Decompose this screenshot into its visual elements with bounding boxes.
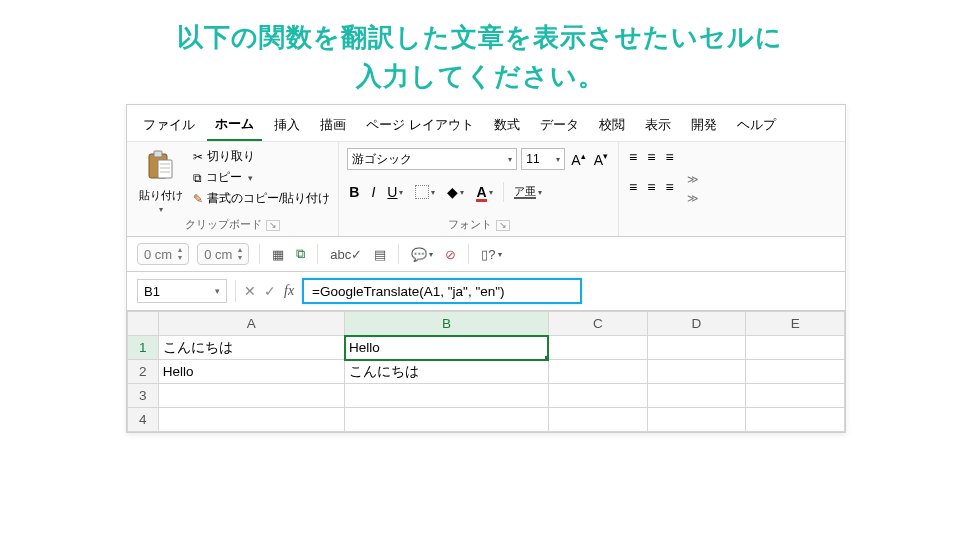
row-header-3[interactable]: 3 xyxy=(128,384,159,408)
cell-C3[interactable] xyxy=(548,384,647,408)
menu-help[interactable]: ヘルプ xyxy=(729,110,784,140)
increase-font-button[interactable]: A▴ xyxy=(569,151,587,168)
menu-formulas[interactable]: 数式 xyxy=(486,110,528,140)
format-painter-button[interactable]: ✎書式のコピー/貼り付け xyxy=(193,190,330,207)
fill-icon: ◆ xyxy=(447,184,458,200)
select-all-corner[interactable] xyxy=(128,312,159,336)
align-center-button[interactable]: ≡ xyxy=(645,178,657,196)
qb-comment-button[interactable]: 💬▾ xyxy=(409,245,435,264)
cut-label: 切り取り xyxy=(207,148,255,165)
menu-review[interactable]: 校閲 xyxy=(591,110,633,140)
cell-A4[interactable] xyxy=(158,408,344,432)
copy-button[interactable]: ⧉コピー▾ xyxy=(193,169,330,186)
italic-button[interactable]: I xyxy=(369,183,377,201)
align-top-button[interactable]: ≡ xyxy=(627,148,639,166)
menu-bar: ファイル ホーム 挿入 描画 ページ レイアウト 数式 データ 校閲 表示 開発… xyxy=(127,105,845,141)
col-header-B[interactable]: B xyxy=(345,312,549,336)
instruction-line1: 以下の関数を翻訳した文章を表示させたいセルに xyxy=(40,18,920,57)
row-header-1[interactable]: 1 xyxy=(128,336,159,360)
cell-A1[interactable]: こんにちは xyxy=(158,336,344,360)
menu-home[interactable]: ホーム xyxy=(207,109,262,141)
cell-B3[interactable] xyxy=(345,384,549,408)
cell-E4[interactable] xyxy=(746,408,845,432)
cell-E2[interactable] xyxy=(746,360,845,384)
cell-B4[interactable] xyxy=(345,408,549,432)
font-size-select[interactable]: 11▾ xyxy=(521,148,565,170)
qb-thesaurus-button[interactable]: ▤ xyxy=(372,245,388,264)
col-header-A[interactable]: A xyxy=(158,312,344,336)
name-box-value: B1 xyxy=(144,284,160,299)
menu-page-layout[interactable]: ページ レイアウト xyxy=(358,110,482,140)
cell-E1[interactable] xyxy=(746,336,845,360)
decrease-font-button[interactable]: A▾ xyxy=(592,151,610,168)
underline-button[interactable]: U▾ xyxy=(385,183,405,201)
copy-dropdown-icon[interactable]: ▾ xyxy=(248,173,253,183)
formula-input[interactable]: =GoogleTranslate(A1, "ja", "en") xyxy=(302,278,582,304)
qb-spellcheck-button[interactable]: abc✓ xyxy=(328,245,364,264)
cell-C1[interactable] xyxy=(548,336,647,360)
qb-protect-button[interactable]: ⊘ xyxy=(443,245,458,264)
font-name-select[interactable]: 游ゴシック▾ xyxy=(347,148,517,170)
cell-D2[interactable] xyxy=(647,360,746,384)
paste-icon xyxy=(147,150,175,186)
formula-text: =GoogleTranslate(A1, "ja", "en") xyxy=(312,284,504,299)
cell-C4[interactable] xyxy=(548,408,647,432)
indent-left-stepper[interactable]: 0 cm▴▾ xyxy=(137,243,189,265)
qb-help-button[interactable]: ▯?▾ xyxy=(479,245,503,264)
phonetic-button[interactable]: ア亜▾ xyxy=(512,185,544,200)
cell-B1[interactable]: Hello xyxy=(345,336,549,360)
cell-D3[interactable] xyxy=(647,384,746,408)
qb-icon-2[interactable]: ⧉ xyxy=(294,244,307,264)
row-header-4[interactable]: 4 xyxy=(128,408,159,432)
col-header-C[interactable]: C xyxy=(548,312,647,336)
row-header-2[interactable]: 2 xyxy=(128,360,159,384)
indent-right-stepper[interactable]: 0 cm▴▾ xyxy=(197,243,249,265)
align-bottom-button[interactable]: ≡ xyxy=(663,148,675,166)
ribbon-group-alignment: ≡ ≡ ≡ ≡ ≡ ≡ xyxy=(619,142,684,236)
clipboard-group-label: クリップボード xyxy=(185,218,262,232)
font-launcher-icon[interactable]: ↘ xyxy=(496,220,510,231)
menu-file[interactable]: ファイル xyxy=(135,110,203,140)
enter-formula-button[interactable]: ✓ xyxy=(264,283,276,299)
cell-E3[interactable] xyxy=(746,384,845,408)
cell-A3[interactable] xyxy=(158,384,344,408)
phonetic-icon: ア亜 xyxy=(514,186,536,199)
cut-button[interactable]: ✂切り取り xyxy=(193,148,330,165)
qb-icon-1[interactable]: ▦ xyxy=(270,245,286,264)
paste-button[interactable]: 貼り付け ▾ xyxy=(135,148,187,216)
instruction-line2: 入力してください。 xyxy=(40,57,920,96)
cell-C2[interactable] xyxy=(548,360,647,384)
fill-color-button[interactable]: ◆▾ xyxy=(445,183,466,201)
borders-button[interactable]: ▾ xyxy=(413,184,437,200)
clipboard-launcher-icon[interactable]: ↘ xyxy=(266,220,280,231)
align-middle-button[interactable]: ≡ xyxy=(645,148,657,166)
menu-developer[interactable]: 開発 xyxy=(683,110,725,140)
name-box[interactable]: B1▾ xyxy=(137,279,227,303)
menu-insert[interactable]: 挿入 xyxy=(266,110,308,140)
menu-draw[interactable]: 描画 xyxy=(312,110,354,140)
col-header-E[interactable]: E xyxy=(746,312,845,336)
copy-icon: ⧉ xyxy=(193,171,202,185)
chevrons-icon: ≫ xyxy=(687,173,699,186)
svg-rect-1 xyxy=(154,151,162,157)
cell-A2[interactable]: Hello xyxy=(158,360,344,384)
paste-dropdown-icon[interactable]: ▾ xyxy=(159,205,163,214)
cell-B2[interactable]: こんにちは xyxy=(345,360,549,384)
spreadsheet-grid[interactable]: A B C D E 1 こんにちは Hello 2 Hello こんにちは xyxy=(127,311,845,432)
bold-button[interactable]: B xyxy=(347,183,361,201)
font-color-button[interactable]: A▾ xyxy=(474,183,494,201)
align-right-button[interactable]: ≡ xyxy=(663,178,675,196)
cancel-formula-button[interactable]: ✕ xyxy=(244,283,256,299)
excel-window: ファイル ホーム 挿入 描画 ページ レイアウト 数式 データ 校閲 表示 開発… xyxy=(126,104,846,433)
table-row: 4 xyxy=(128,408,845,432)
insert-function-button[interactable]: fx xyxy=(284,283,294,299)
cell-D4[interactable] xyxy=(647,408,746,432)
col-header-D[interactable]: D xyxy=(647,312,746,336)
menu-view[interactable]: 表示 xyxy=(637,110,679,140)
ribbon-overflow[interactable]: ≫≫ xyxy=(684,142,702,236)
align-left-button[interactable]: ≡ xyxy=(627,178,639,196)
chevron-down-icon: ▾ xyxy=(215,286,220,296)
chevron-down-icon: ▾ xyxy=(556,155,560,164)
cell-D1[interactable] xyxy=(647,336,746,360)
menu-data[interactable]: データ xyxy=(532,110,587,140)
